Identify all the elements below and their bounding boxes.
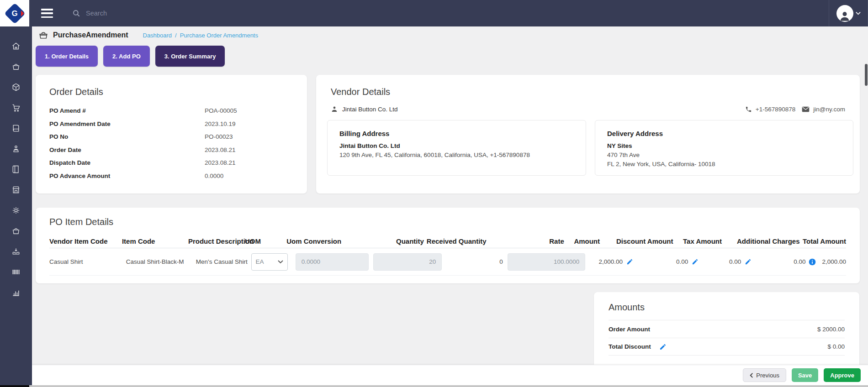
previous-button[interactable]: Previous (743, 368, 786, 382)
cell-received-quantity: 0 (445, 258, 503, 265)
package-icon (11, 83, 21, 92)
order-details-title: Order Details (49, 87, 293, 97)
cell-discount-amount: 0.00 (639, 258, 688, 265)
sidebar-item-package[interactable] (8, 83, 24, 92)
pencil-icon (692, 258, 699, 265)
edit-total-discount-button[interactable] (659, 343, 667, 350)
additional-charges-info-button[interactable] (805, 258, 819, 266)
page-title: PurchaseAmendment (53, 31, 128, 39)
pencil-icon (626, 258, 633, 265)
col-discount-amount: Discount Amount (616, 237, 680, 245)
menu-toggle-button[interactable] (41, 9, 53, 18)
order-amount-label: Order Amount (609, 326, 650, 333)
field-label: PO Amendment Date (49, 120, 205, 128)
col-uom-conversion: Uom Conversion (286, 237, 358, 245)
breadcrumb-separator: / (175, 32, 177, 39)
sidebar-item-cart[interactable] (8, 103, 24, 112)
order-details-card: Order Details PO Amend #POA-00005 PO Ame… (36, 75, 307, 194)
sidebar-item-basket[interactable] (8, 62, 24, 71)
field-order-date: Order Date2023.08.21 (49, 146, 293, 154)
cell-additional-charges: 0.00 (757, 258, 805, 265)
total-discount-label: Total Discount (609, 343, 651, 350)
barcode-icon (11, 267, 21, 277)
field-value: 0.0000 (205, 173, 223, 180)
field-dispatch-date: Dispatch Date2023.08.21 (49, 159, 293, 167)
breadcrumb: Dashboard / Purchase Order Amendments (143, 32, 258, 39)
wizard-steps: 1. Order Details 2. Add PO 3. Order Summ… (36, 46, 225, 67)
vendor-name: Jintai Button Co. Ltd (342, 106, 398, 113)
sidebar-item-orders[interactable] (8, 226, 24, 235)
action-footer: Previous Save Approve (32, 365, 868, 385)
horizontal-scrollbar[interactable] (0, 385, 868, 387)
breadcrumb-dashboard-link[interactable]: Dashboard (143, 32, 172, 39)
billing-address-line: 120 9th Ave, FL 45, California, 60018, C… (339, 151, 574, 159)
sidebar-item-ledger[interactable] (8, 124, 24, 133)
amounts-title: Amounts (609, 302, 845, 313)
person-icon (331, 105, 338, 113)
breadcrumb-current-link[interactable]: Purchase Order Amendments (180, 32, 258, 39)
uom-select[interactable]: EA (251, 253, 288, 271)
field-label: PO Amend # (49, 107, 205, 115)
save-button[interactable]: Save (792, 368, 818, 382)
col-additional-charges: Additional Charges (737, 237, 800, 245)
field-po-no: PO NoPO-00023 (49, 133, 293, 141)
sidebar-item-journal[interactable] (8, 165, 24, 174)
field-label: PO No (49, 133, 205, 141)
logo-letter: G (11, 9, 17, 18)
tab-order-details[interactable]: 1. Order Details (36, 46, 98, 67)
tab-add-po[interactable]: 2. Add PO (103, 46, 150, 67)
cell-amount: 2,000.00 (588, 258, 623, 265)
total-discount-value: $ 0.00 (827, 343, 845, 350)
inbox-download-icon (11, 247, 21, 256)
cell-total-amount: 2,000.00 (822, 258, 846, 265)
col-uom: UOM (245, 237, 284, 245)
cell-item-code: Casual Shirt-Black-M (126, 258, 193, 265)
quantity-input[interactable] (373, 253, 442, 271)
chevron-left-icon (750, 373, 753, 378)
rate-input[interactable] (508, 253, 585, 271)
col-item-code: Item Code (122, 237, 185, 245)
phone-icon (745, 106, 752, 113)
sidebar-item-reports[interactable] (8, 288, 24, 297)
edit-amount-button[interactable] (623, 258, 636, 265)
user-menu-button[interactable] (829, 0, 868, 26)
col-quantity: Quantity (360, 237, 424, 245)
field-value: 2023.10.19 (205, 120, 236, 128)
field-po-amendment-date: PO Amendment Date2023.10.19 (49, 120, 293, 128)
basket-icon (11, 226, 21, 235)
search-input[interactable] (86, 10, 278, 17)
order-amount-row: Order Amount $ 2000.00 (609, 320, 845, 338)
billing-address-title: Billing Address (339, 130, 574, 137)
col-tax-amount: Tax Amount (683, 237, 734, 245)
sidebar-item-store[interactable] (8, 185, 24, 194)
total-discount-row: Total Discount $ 0.00 (609, 338, 845, 356)
table-row: Casual Shirt Casual Shirt-Black-M Men's … (49, 248, 846, 276)
vendor-details-title: Vendor Details (331, 87, 845, 97)
field-value: 2023.08.21 (205, 146, 236, 154)
field-value: 2023.08.21 (205, 159, 236, 167)
ledger-icon (11, 124, 21, 133)
tab-order-summary[interactable]: 3. Order Summary (155, 46, 225, 67)
sidebar-item-imports[interactable] (8, 247, 24, 256)
search-icon[interactable] (72, 9, 80, 17)
sidebar-item-settings[interactable] (8, 206, 24, 215)
col-received-quantity: Received Quantity (427, 237, 486, 245)
approve-button[interactable]: Approve (824, 368, 861, 382)
cell-vendor-item-code: Casual Shirt (49, 258, 123, 265)
col-total-amount: Total Amount (803, 237, 846, 245)
edit-tax-button[interactable] (741, 258, 755, 265)
sidebar-item-home[interactable] (8, 42, 24, 51)
top-navigation-bar: G (0, 0, 868, 26)
table-header-row: Vendor Item Code Item Code Product Descr… (49, 235, 846, 248)
edit-discount-button[interactable] (688, 258, 702, 265)
cell-tax-amount: 0.00 (704, 258, 741, 265)
sidebar-item-barcode[interactable] (8, 267, 24, 277)
person-desk-icon (11, 144, 21, 153)
field-label: Dispatch Date (49, 159, 205, 167)
sidebar-item-approvals[interactable] (8, 144, 24, 153)
vendor-phone: +1-567890878 (756, 106, 795, 113)
uom-conversion-input[interactable] (296, 253, 369, 271)
delivery-address-line1: 470 7th Ave (607, 151, 841, 159)
col-product-description: Product Description (188, 237, 242, 245)
vertical-scrollbar-thumb[interactable] (865, 64, 868, 86)
